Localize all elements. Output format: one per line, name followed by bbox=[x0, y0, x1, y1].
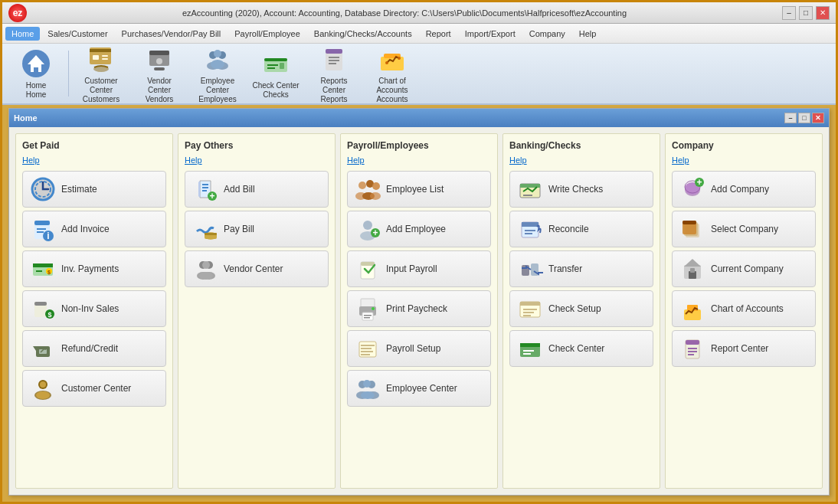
menu-banking[interactable]: Banking/Checks/Accounts bbox=[308, 27, 418, 41]
svg-rect-125 bbox=[683, 221, 696, 224]
close-button[interactable]: ✕ bbox=[816, 6, 830, 20]
add-employee-button[interactable]: + Add Employee bbox=[347, 211, 491, 247]
section-payroll: Payroll/Employees Help Employee List bbox=[340, 133, 498, 489]
toolbar-check-label: Check CenterChecks bbox=[252, 81, 299, 100]
toolbar-check-center[interactable]: Check CenterChecks bbox=[248, 47, 303, 100]
company-title: Company bbox=[672, 140, 816, 151]
write-checks-label: Write Checks bbox=[548, 184, 603, 195]
svg-point-95 bbox=[363, 380, 371, 388]
toolbar-vendor-center[interactable]: Vendor CenterVendors bbox=[132, 47, 187, 100]
report-center-label: Report Center bbox=[711, 343, 768, 354]
toolbar-employee-center[interactable]: Employee CenterEmployees bbox=[190, 47, 245, 100]
payroll-title: Payroll/Employees bbox=[347, 140, 491, 151]
menu-purchases[interactable]: Purchases/Vendor/Pay Bill bbox=[116, 27, 228, 41]
svg-rect-57 bbox=[202, 187, 208, 188]
add-invoice-button[interactable]: i Add Invoice bbox=[22, 211, 166, 247]
pay-bill-button[interactable]: Pay Bill bbox=[185, 211, 329, 247]
menu-import-export[interactable]: Import/Export bbox=[459, 27, 522, 41]
employee-center-section-label: Employee Center bbox=[386, 383, 457, 394]
write-checks-button[interactable]: Write Checks bbox=[509, 171, 653, 208]
report-center-button[interactable]: Report Center bbox=[672, 330, 816, 367]
estimate-button[interactable]: Estimate bbox=[22, 171, 166, 208]
non-inv-sales-button[interactable]: $ Non-Inv Sales bbox=[22, 290, 166, 327]
pay-others-help[interactable]: Help bbox=[185, 155, 329, 165]
print-paycheck-button[interactable]: Print Paycheck bbox=[347, 290, 491, 327]
chart-accounts-section-button[interactable]: Chart of Accounts bbox=[672, 290, 816, 327]
transfer-button[interactable]: Transfer bbox=[509, 250, 653, 287]
inv-payments-icon: $ bbox=[29, 255, 57, 283]
svg-point-87 bbox=[372, 307, 375, 310]
toolbar-reports-center[interactable]: Reports CenterReports bbox=[306, 47, 362, 100]
get-paid-help[interactable]: Help bbox=[22, 155, 166, 165]
inv-payments-label: Inv. Payments bbox=[61, 263, 119, 274]
window-minimize[interactable]: – bbox=[784, 113, 797, 123]
employee-center-button[interactable]: Employee Center bbox=[347, 370, 491, 407]
svg-rect-81 bbox=[361, 262, 375, 266]
select-company-label: Select Company bbox=[711, 224, 778, 234]
maximize-button[interactable]: □ bbox=[799, 6, 813, 20]
svg-point-17 bbox=[211, 60, 224, 69]
section-company: Company Help + Add Company bbox=[665, 133, 823, 489]
reconcile-label: Reconcile bbox=[548, 224, 589, 234]
add-bill-button[interactable]: + Add Bill bbox=[185, 171, 329, 208]
inv-payments-button[interactable]: $ Inv. Payments bbox=[22, 250, 166, 287]
toolbar-home-label: HomeHome bbox=[26, 81, 47, 100]
minimize-button[interactable]: – bbox=[782, 6, 796, 20]
select-company-button[interactable]: Select Company bbox=[672, 211, 816, 247]
toolbar-home[interactable]: HomeHome bbox=[8, 47, 64, 100]
window-close[interactable]: ✕ bbox=[812, 113, 824, 123]
current-company-label: Current Company bbox=[711, 263, 784, 274]
add-invoice-icon: i bbox=[29, 215, 57, 243]
menu-bar: Home Sales/Customer Purchases/Vendor/Pay… bbox=[2, 24, 836, 44]
menu-sales-customer[interactable]: Sales/Customer bbox=[41, 27, 113, 41]
check-center-section-icon bbox=[516, 335, 544, 362]
svg-point-54 bbox=[40, 381, 46, 388]
window-title-text: Home bbox=[14, 113, 38, 123]
toolbar: HomeHome Customer CenterCustomers bbox=[2, 44, 836, 105]
window-restore[interactable]: □ bbox=[798, 113, 810, 123]
check-setup-label: Check Setup bbox=[548, 303, 601, 314]
svg-text:$: $ bbox=[47, 311, 51, 319]
svg-point-76 bbox=[363, 221, 372, 230]
toolbar-chart-accounts[interactable]: Chart of AccountsAccounts bbox=[365, 47, 420, 100]
current-company-icon bbox=[679, 255, 706, 283]
svg-point-72 bbox=[372, 182, 380, 190]
svg-marker-127 bbox=[684, 259, 701, 267]
svg-point-75 bbox=[370, 192, 381, 200]
window-title-bar: Home – □ ✕ bbox=[9, 109, 829, 127]
input-payroll-button[interactable]: Input Payroll bbox=[347, 250, 491, 287]
add-company-button[interactable]: + Add Company bbox=[672, 171, 816, 208]
svg-rect-135 bbox=[688, 351, 697, 352]
check-center-button[interactable]: Check Center bbox=[509, 330, 653, 367]
pay-others-title: Pay Others bbox=[185, 140, 329, 151]
payroll-setup-button[interactable]: Payroll Setup bbox=[347, 330, 491, 367]
reconcile-button[interactable]: Reconcile bbox=[509, 211, 653, 247]
svg-rect-43 bbox=[36, 270, 42, 272]
refund-credit-button[interactable]: Refund/Credit bbox=[22, 330, 166, 367]
menu-company[interactable]: Company bbox=[523, 27, 571, 41]
menu-help[interactable]: Help bbox=[573, 27, 603, 41]
svg-point-69 bbox=[199, 272, 213, 280]
company-help[interactable]: Help bbox=[672, 155, 816, 165]
menu-payroll[interactable]: Payroll/Employee bbox=[228, 27, 306, 41]
write-checks-icon bbox=[516, 175, 544, 203]
current-company-button[interactable]: Current Company bbox=[672, 250, 816, 287]
svg-text:i: i bbox=[47, 231, 49, 241]
customer-center-button[interactable]: Customer Center bbox=[22, 370, 166, 407]
check-setup-button[interactable]: Check Setup bbox=[509, 290, 653, 327]
menu-home[interactable]: Home bbox=[5, 27, 40, 41]
svg-rect-90 bbox=[361, 348, 372, 349]
home-toolbar-icon bbox=[20, 47, 52, 80]
svg-rect-84 bbox=[362, 313, 373, 320]
toolbar-customer-center[interactable]: Customer CenterCustomers bbox=[74, 47, 129, 100]
svg-rect-22 bbox=[280, 63, 284, 69]
banking-help[interactable]: Help bbox=[509, 155, 653, 165]
svg-text:$: $ bbox=[47, 270, 51, 276]
vendor-center-button[interactable]: Vendor Center bbox=[185, 250, 329, 287]
svg-rect-26 bbox=[329, 60, 339, 61]
payroll-help[interactable]: Help bbox=[347, 155, 491, 165]
employee-center-toolbar-icon bbox=[201, 43, 234, 75]
svg-rect-92 bbox=[361, 354, 370, 355]
employee-list-button[interactable]: Employee List bbox=[347, 171, 491, 208]
menu-report[interactable]: Report bbox=[420, 27, 457, 41]
